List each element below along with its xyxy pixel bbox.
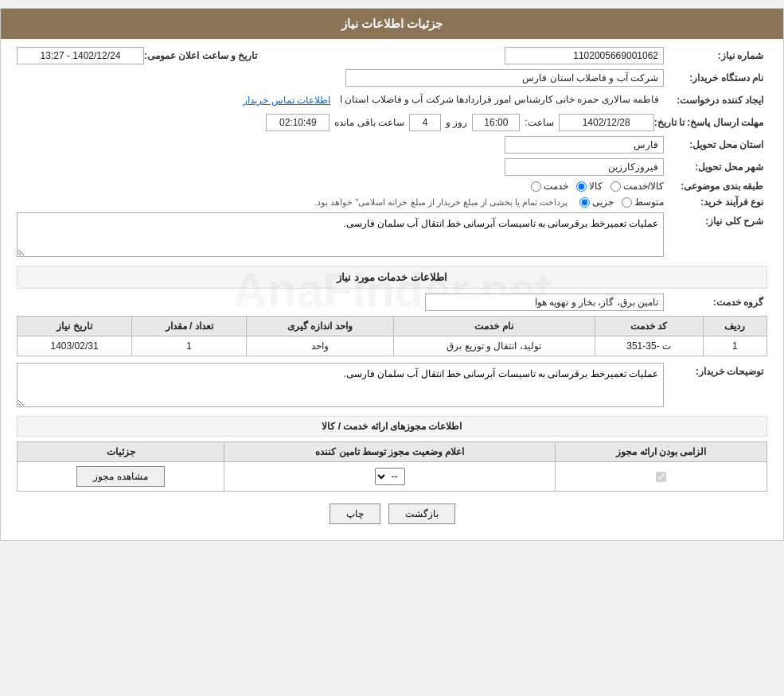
table-row: 1 ت -35-351 تولید، انتقال و توزیع برق وا… (18, 336, 767, 356)
main-content: AnaFinder.net شماره نیاز: 11020056690010… (1, 39, 783, 540)
buyer-org-row: نام دستگاه خریدار: شرکت آب و فاضلاب استا… (17, 69, 767, 87)
buyer-org-value: شرکت آب و فاضلاب استان فارس (345, 69, 664, 87)
request-number-value: 1102005669001062 (505, 47, 664, 64)
purchase-jozii-label: جزیی (592, 196, 614, 208)
deadline-days-label: روز و (446, 117, 467, 128)
requester-row: ایجاد کننده درخواست: فاطمه سالاری حمزه خ… (17, 91, 767, 109)
general-desc-textarea (17, 212, 664, 257)
purchase-note: پرداخت تمام یا بخشی از مبلغ خریدار از مب… (314, 197, 568, 208)
button-row: بازگشت چاپ (17, 504, 767, 524)
announcement-row: شماره نیاز: 1102005669001062 تاریخ و ساع… (17, 47, 767, 64)
city-label: شهر محل تحویل: (664, 161, 767, 173)
col-date: تاریخ نیاز (18, 317, 132, 336)
col-service-code: کد خدمت (595, 317, 703, 336)
col-license-details: جزئیات (18, 442, 224, 462)
category-label: طبقه بندی موضوعی: (664, 181, 767, 192)
cell-row-num: 1 (703, 336, 766, 356)
purchase-option-jozii: جزیی (579, 196, 614, 208)
deadline-time: 16:00 (472, 114, 520, 131)
table-row: -- مشاهده مجوز (18, 462, 767, 492)
announcement-label: تاریخ و ساعت اعلان عمومی: (144, 50, 261, 61)
deadline-remaining: 02:10:49 (266, 114, 330, 131)
col-service-name: نام خدمت (393, 317, 595, 336)
cell-license-details: مشاهده مجوز (18, 462, 224, 492)
general-desc-label: شرح کلی نیاز: (664, 216, 767, 227)
city-row: شهر محل تحویل: فیروزکارزین (17, 158, 767, 176)
page-container: جزئیات اطلاعات نیاز AnaFinder.net شماره … (0, 8, 784, 541)
print-button[interactable]: چاپ (330, 504, 380, 524)
request-number-label: شماره نیاز: (664, 50, 767, 61)
buyer-org-label: نام دستگاه خریدار: (664, 72, 767, 84)
purchase-type-label: نوع فرآیند خرید: (664, 196, 767, 208)
city-value: فیروزکارزین (505, 158, 664, 176)
col-license-required: الزامی بودن ارائه مجوز (556, 442, 767, 462)
requester-link[interactable]: اطلاعات تماس خریدار (243, 95, 330, 106)
service-group-value: تامین برق، گاز، بخار و تهویه هوا (425, 294, 664, 311)
category-radio-khadmat[interactable] (531, 181, 541, 192)
purchase-radio-motavaset[interactable] (622, 197, 632, 208)
category-option-kala-khadmat: کالا/خدمت (610, 181, 664, 192)
services-table-header-row: ردیف کد خدمت نام خدمت واحد اندازه گیری ت… (18, 317, 767, 336)
back-button[interactable]: بازگشت (388, 504, 455, 524)
category-khadmat-label: خدمت (544, 181, 568, 192)
buyer-desc-row: توضیحات خریدار: (17, 363, 767, 410)
services-table: ردیف کد خدمت نام خدمت واحد اندازه گیری ت… (17, 316, 767, 356)
col-row-num: ردیف (703, 317, 766, 336)
announcement-value: 1402/12/24 - 13:27 (17, 47, 144, 64)
cell-unit: واحد (247, 336, 393, 356)
cell-license-status: -- (224, 462, 556, 492)
deadline-remaining-label: ساعت باقی مانده (334, 117, 404, 128)
purchase-radio-jozii[interactable] (579, 197, 590, 208)
category-radio-kala[interactable] (576, 181, 587, 192)
license-section-title: اطلاعات مجوزهای ارائه خدمت / کالا (17, 416, 767, 437)
col-unit: واحد اندازه گیری (247, 317, 393, 336)
purchase-motavaset-label: متوسط (634, 196, 664, 208)
col-qty: تعداد / مقدار (132, 317, 247, 336)
deadline-days: 4 (409, 114, 441, 131)
buyer-desc-textarea (17, 363, 664, 407)
buyer-desc-label: توضیحات خریدار: (664, 366, 767, 377)
service-group-label: گروه خدمت: (664, 297, 767, 308)
cell-date: 1403/02/31 (18, 336, 132, 356)
category-kala-label: کالا (589, 181, 603, 192)
cell-qty: 1 (132, 336, 247, 356)
category-option-khadmat: خدمت (531, 181, 568, 192)
license-table: الزامی بودن ارائه مجوز اعلام وضعیت مجوز … (17, 441, 767, 492)
deadline-time-label: ساعت: (525, 117, 553, 128)
cell-license-required (556, 462, 767, 492)
license-table-header-row: الزامی بودن ارائه مجوز اعلام وضعیت مجوز … (18, 442, 767, 462)
purchase-type-row: نوع فرآیند خرید: جزیی متوسط پرداخت تمام … (17, 196, 767, 208)
category-radio-group: خدمت کالا کالا/خدمت (531, 181, 664, 192)
license-required-checkbox[interactable] (656, 472, 666, 482)
cell-service-code: ت -35-351 (595, 336, 703, 356)
deadline-label: مهلت ارسال پاسخ: تا تاریخ: (654, 117, 767, 128)
province-value: فارس (505, 136, 664, 154)
province-row: استان محل تحویل: فارس (17, 136, 767, 154)
province-label: استان محل تحویل: (664, 139, 767, 150)
page-title: جزئیات اطلاعات نیاز (1, 9, 783, 39)
service-group-row: گروه خدمت: تامین برق، گاز، بخار و تهویه … (17, 294, 767, 311)
requester-value: فاطمه سالاری حمزه خانی کارشناس امور قرار… (335, 91, 664, 109)
cell-service-name: تولید، انتقال و توزیع برق (393, 336, 595, 356)
services-section-title: اطلاعات خدمات مورد نیاز (17, 266, 767, 289)
category-option-kala: کالا (576, 181, 603, 192)
purchase-option-motavaset: متوسط (622, 196, 664, 208)
deadline-date: 1402/12/28 (559, 114, 654, 131)
requester-label: ایجاد کننده درخواست: (664, 95, 767, 106)
license-status-select[interactable]: -- (375, 468, 405, 485)
deadline-row: مهلت ارسال پاسخ: تا تاریخ: 1402/12/28 سا… (17, 114, 767, 131)
general-desc-row: شرح کلی نیاز: (17, 212, 767, 259)
category-radio-kala-khadmat[interactable] (610, 181, 621, 192)
col-license-status: اعلام وضعیت مجوز توسط تامین کننده (224, 442, 556, 462)
category-kala-khadmat-label: کالا/خدمت (623, 181, 664, 192)
view-license-button[interactable]: مشاهده مجوز (76, 466, 164, 487)
purchase-type-radio-group: جزیی متوسط (579, 196, 664, 208)
category-row: طبقه بندی موضوعی: خدمت کالا کالا/خدمت (17, 181, 767, 192)
